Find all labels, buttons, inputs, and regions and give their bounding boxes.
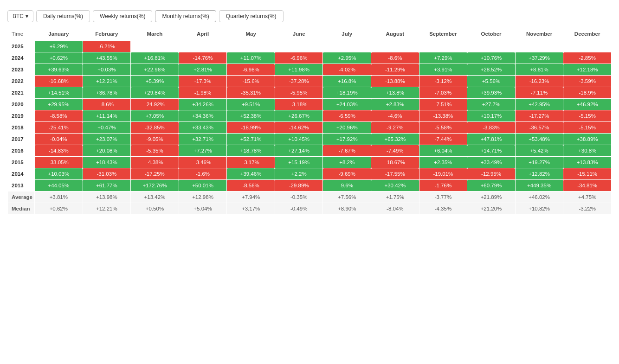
tab-weekly[interactable]: Weekly returns(%): [93, 10, 152, 22]
cell-value: -15.11%: [563, 168, 612, 180]
cell-value: -3.17%: [227, 157, 275, 168]
average-cell: +7.94%: [227, 192, 275, 203]
cell-value: +10.45%: [275, 134, 323, 145]
cell-value: -4.6%: [371, 110, 419, 122]
cell-value: +7.05%: [131, 110, 179, 122]
tab-quarterly[interactable]: Quarterly returns(%): [219, 10, 284, 22]
cell-value: +15.19%: [275, 157, 323, 168]
cell-value: -3.83%: [467, 122, 516, 134]
cell-value: -3.18%: [275, 99, 323, 110]
cell-value: -3.59%: [563, 76, 612, 87]
table-row: 2015-33.05%+18.43%-4.38%-3.46%-3.17%+15.…: [8, 157, 612, 168]
cell-value: +23.07%: [83, 134, 131, 145]
cell-value: +33.43%: [179, 122, 227, 134]
cell-value: -25.41%: [35, 122, 83, 134]
tab-monthly[interactable]: Monthly returns(%): [155, 10, 216, 22]
cell-value: +9.29%: [35, 41, 83, 52]
cell-value: +29.84%: [131, 87, 179, 99]
table-row: 2023+39.63%+0.03%+22.96%+2.81%-6.98%+11.…: [8, 64, 612, 76]
cell-value: -5.15%: [563, 110, 612, 122]
cell-value: +2.81%: [179, 64, 227, 76]
cell-value: +38.89%: [563, 134, 612, 145]
cell-value: -16.68%: [35, 76, 83, 87]
cell-value: -3.46%: [179, 157, 227, 168]
average-cell: +13.42%: [131, 192, 179, 203]
cell-value: +50.01%: [179, 180, 227, 192]
cell-value: +0.03%: [83, 64, 131, 76]
median-cell: +10.82%: [515, 203, 563, 215]
cell-value: -33.05%: [35, 157, 83, 168]
cell-value: -5.35%: [131, 145, 179, 157]
cell-value: -14.62%: [275, 122, 323, 134]
cell-value: +8.2%: [323, 157, 371, 168]
cell-value: +28.52%: [467, 64, 516, 76]
cell-value: [323, 41, 371, 52]
table-row: 2019-8.58%+11.14%+7.05%+34.36%+52.38%+26…: [8, 110, 612, 122]
average-row: Average+3.81%+13.98%+13.42%+12.98%+7.94%…: [8, 192, 612, 203]
cell-value: -5.58%: [419, 122, 467, 134]
cell-value: -24.92%: [131, 99, 179, 110]
table-row: 2021+14.51%+36.78%+29.84%-1.98%-35.31%-5…: [8, 87, 612, 99]
cell-value: +12.82%: [515, 168, 563, 180]
cell-value: -1.98%: [179, 87, 227, 99]
cell-value: -9.69%: [323, 168, 371, 180]
col-header-may: May: [227, 27, 275, 41]
cell-value: [515, 41, 563, 52]
cell-value: -29.89%: [275, 180, 323, 192]
cell-value: -6.59%: [323, 110, 371, 122]
cell-value: +13.83%: [563, 157, 612, 168]
cell-value: +5.56%: [467, 76, 516, 87]
cell-value: +33.49%: [467, 157, 516, 168]
cell-value: [227, 41, 275, 52]
cell-value: -32.85%: [131, 122, 179, 134]
btc-selector[interactable]: BTC ▾: [7, 10, 33, 22]
cell-value: +172.76%: [131, 180, 179, 192]
cell-value: +9.51%: [227, 99, 275, 110]
cell-value: [467, 41, 516, 52]
cell-value: +18.19%: [323, 87, 371, 99]
cell-value: +5.42%: [515, 145, 563, 157]
median-cell: +5.04%: [179, 203, 227, 215]
page: BTC ▾ Daily returns(%) Weekly returns(%)…: [0, 0, 619, 364]
cell-value: +20.96%: [323, 122, 371, 134]
cell-value: [131, 41, 179, 52]
cell-value: -7.44%: [419, 134, 467, 145]
cell-value: -7.49%: [371, 145, 419, 157]
cell-value: -12.95%: [467, 168, 516, 180]
cell-value: +30.42%: [371, 180, 419, 192]
average-cell: +7.56%: [323, 192, 371, 203]
table-row: 2025+9.29%-6.21%: [8, 41, 612, 52]
cell-value: -37.28%: [275, 76, 323, 87]
cell-value: -7.51%: [419, 99, 467, 110]
average-label: Average: [8, 192, 35, 203]
cell-value: +10.03%: [35, 168, 83, 180]
cell-value: +26.67%: [275, 110, 323, 122]
cell-value: +29.95%: [35, 99, 83, 110]
median-cell: +0.50%: [131, 203, 179, 215]
cell-value: +17.92%: [323, 134, 371, 145]
cell-value: -18.99%: [227, 122, 275, 134]
cell-value: -0.04%: [35, 134, 83, 145]
cell-value: -7.03%: [419, 87, 467, 99]
cell-value: +10.76%: [467, 52, 516, 64]
year-label: 2014: [8, 168, 35, 180]
median-row: Median+0.62%+12.21%+0.50%+5.04%+3.17%-0.…: [8, 203, 612, 215]
median-cell: -0.49%: [275, 203, 323, 215]
cell-value: -5.95%: [275, 87, 323, 99]
returns-table: Time January February March April May Ju…: [7, 27, 612, 215]
cell-value: +60.79%: [467, 180, 516, 192]
tab-daily[interactable]: Daily returns(%): [36, 10, 90, 22]
median-cell: -4.35%: [419, 203, 467, 215]
cell-value: [563, 41, 612, 52]
median-cell: -3.22%: [563, 203, 612, 215]
cell-value: +12.18%: [563, 64, 612, 76]
cell-value: +42.95%: [515, 99, 563, 110]
cell-value: +65.32%: [371, 134, 419, 145]
cell-value: +39.46%: [227, 168, 275, 180]
cell-value: -36.57%: [515, 122, 563, 134]
median-label: Median: [8, 203, 35, 215]
col-header-time: Time: [8, 27, 35, 41]
cell-value: -11.29%: [371, 64, 419, 76]
cell-value: +36.78%: [83, 87, 131, 99]
cell-value: -1.76%: [419, 180, 467, 192]
